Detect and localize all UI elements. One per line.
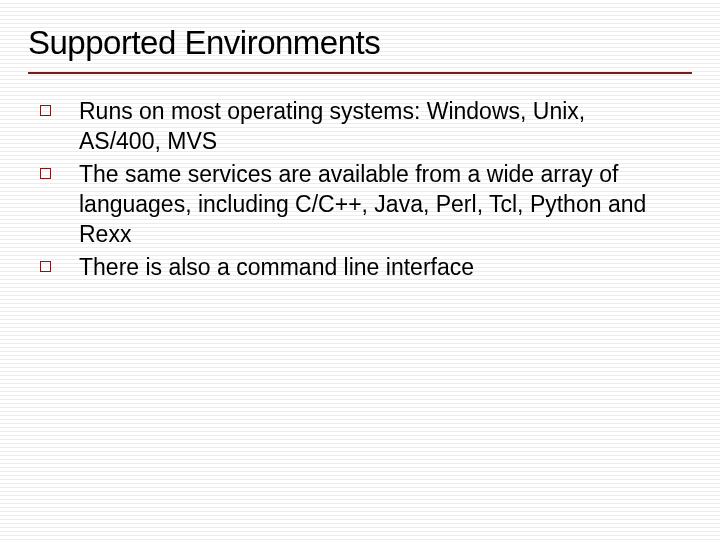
list-item: There is also a command line interface [40, 252, 668, 282]
bullet-text: The same services are available from a w… [79, 159, 668, 250]
bullet-text: There is also a command line interface [79, 252, 474, 282]
bullet-list: Runs on most operating systems: Windows,… [40, 96, 668, 282]
slide-title: Supported Environments [28, 24, 692, 74]
square-bullet-icon [40, 105, 51, 116]
list-item: Runs on most operating systems: Windows,… [40, 96, 668, 157]
slide-content: Runs on most operating systems: Windows,… [28, 96, 692, 282]
list-item: The same services are available from a w… [40, 159, 668, 250]
bullet-text: Runs on most operating systems: Windows,… [79, 96, 668, 157]
square-bullet-icon [40, 168, 51, 179]
square-bullet-icon [40, 261, 51, 272]
slide-container: Supported Environments Runs on most oper… [0, 0, 720, 540]
